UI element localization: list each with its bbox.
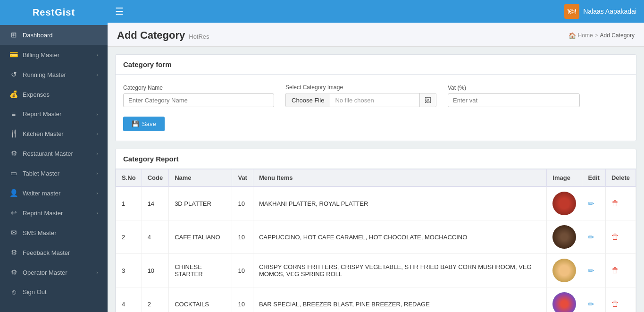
col-sno: S.No: [116, 169, 142, 187]
cell-image: [547, 186, 582, 220]
sidebar-item-restaurant-master[interactable]: ⚙ Restaurant Master ›: [0, 143, 108, 163]
sidebar-item-report-master[interactable]: ≡ Report Master ›: [0, 104, 108, 124]
chevron-right-icon: ›: [96, 210, 98, 216]
form-row: Category Name Select Category Image Choo…: [123, 84, 628, 107]
sidebar-item-label: Operator Master: [23, 269, 67, 276]
operator-icon: ⚙: [9, 268, 18, 277]
report-card-header: Category Report: [116, 149, 636, 169]
cell-name: 3D PLATTER: [169, 186, 232, 220]
expenses-icon: 💰: [9, 90, 18, 99]
edit-button[interactable]: ✏: [588, 199, 594, 208]
edit-button[interactable]: ✏: [588, 233, 594, 242]
cell-delete: 🗑: [605, 220, 636, 254]
page-title: Add Category: [117, 29, 185, 42]
report-card-body: S.No Code Name Vat Menu Items Image Edit…: [116, 169, 636, 312]
sidebar-item-feedback-master[interactable]: ⚙ Feedback Master: [0, 243, 108, 262]
breadcrumb-current: Add Category: [600, 32, 635, 39]
col-image: Image: [547, 169, 582, 187]
sidebar-item-label: Reprint Master: [23, 210, 63, 217]
chevron-right-icon: ›: [96, 151, 98, 156]
sidebar-item-running-master[interactable]: ↺ Running Master ›: [0, 65, 108, 84]
edit-button[interactable]: ✏: [588, 300, 594, 309]
sidebar-item-label: Kitchen Master: [23, 130, 64, 137]
category-name-input[interactable]: [123, 93, 274, 107]
vat-input[interactable]: [448, 93, 580, 107]
delete-button[interactable]: 🗑: [611, 199, 619, 208]
col-code: Code: [142, 169, 169, 187]
sidebar-item-label: Expenses: [23, 91, 50, 98]
sidebar-item-operator-master[interactable]: ⚙ Operator Master ›: [0, 262, 108, 282]
save-label: Save: [142, 120, 156, 127]
cell-vat: 10: [232, 186, 253, 220]
cell-image: [547, 254, 582, 287]
chevron-right-icon: ›: [96, 270, 98, 275]
edit-button[interactable]: ✏: [588, 266, 594, 275]
file-input-group: Choose File No file chosen 🖼: [285, 93, 436, 107]
sidebar-item-sms-master[interactable]: ✉ SMS Master: [0, 223, 108, 243]
feedback-icon: ⚙: [9, 248, 18, 257]
cell-image: [547, 220, 582, 254]
chevron-right-icon: ›: [96, 52, 98, 58]
save-button[interactable]: 💾 Save: [123, 117, 165, 131]
app-logo: RestGist: [0, 0, 108, 25]
chevron-right-icon: ›: [96, 170, 98, 176]
cell-sno: 4: [116, 287, 142, 312]
delete-button[interactable]: 🗑: [611, 233, 619, 241]
sidebar-item-waiter-master[interactable]: 👤 Waiter master ›: [0, 183, 108, 203]
table-row: 4 2 COCKTAILS 10 BAR SPECIAL, BREEZER BL…: [116, 287, 636, 312]
category-report-card: Category Report S.No Code Name Vat Menu …: [115, 149, 636, 312]
cell-vat: 10: [232, 287, 253, 312]
breadcrumb: 🏠 Home > Add Category: [569, 32, 635, 39]
col-delete: Delete: [605, 169, 636, 187]
category-name-group: Category Name: [123, 84, 274, 107]
breadcrumb-home[interactable]: Home: [578, 32, 593, 39]
delete-button[interactable]: 🗑: [611, 266, 619, 275]
sidebar-item-tablet-master[interactable]: ▭ Tablet Master ›: [0, 163, 108, 183]
table-row: 1 14 3D PLATTER 10 MAKHANI PLATTER, ROYA…: [116, 186, 636, 220]
cell-menu-items: CAPPUCCINO, HOT CAFE CARAMEL, HOT CHOCOL…: [253, 220, 546, 254]
choose-file-button[interactable]: Choose File: [286, 94, 330, 107]
form-card-body: Category Name Select Category Image Choo…: [116, 75, 636, 141]
page-title-group: Add Category HotRes: [117, 29, 209, 42]
waiter-icon: 👤: [9, 189, 18, 197]
cell-delete: 🗑: [605, 186, 636, 220]
user-name: Nalaas Aapakadai: [583, 8, 636, 15]
breadcrumb-separator: >: [595, 32, 598, 39]
file-chosen-text: No file chosen: [330, 94, 419, 107]
sidebar-item-dashboard[interactable]: ⊞ Dashboard: [0, 25, 108, 45]
running-icon: ↺: [9, 70, 18, 79]
cell-menu-items: CRISPY CORNS FRITTERS, CRISPY VEGETABLE,…: [253, 254, 546, 287]
vat-label: Vat (%): [448, 84, 580, 91]
table-body: 1 14 3D PLATTER 10 MAKHANI PLATTER, ROYA…: [116, 186, 636, 312]
image-icon: 🖼: [419, 93, 436, 107]
sidebar-item-reprint-master[interactable]: ↩ Reprint Master ›: [0, 203, 108, 223]
category-image: [552, 225, 576, 249]
col-name: Name: [169, 169, 232, 187]
cell-name: CHINESE STARTER: [169, 254, 232, 287]
sidebar-item-sign-out[interactable]: ⎋ Sign Out: [0, 282, 108, 302]
cell-edit: ✏: [582, 287, 606, 312]
cell-delete: 🗑: [605, 254, 636, 287]
chevron-right-icon: ›: [96, 72, 98, 77]
cell-edit: ✏: [582, 220, 606, 254]
sidebar-item-expenses[interactable]: 💰 Expenses: [0, 84, 108, 104]
cell-image: [547, 287, 582, 312]
report-icon: ≡: [9, 110, 18, 118]
user-menu[interactable]: 🍽 Nalaas Aapakadai: [564, 4, 636, 19]
topbar: ☰ 🍽 Nalaas Aapakadai: [108, 0, 644, 23]
page-header: Add Category HotRes 🏠 Home > Add Categor…: [108, 23, 644, 47]
save-icon: 💾: [132, 120, 139, 127]
page-subtitle: HotRes: [189, 33, 209, 40]
delete-button[interactable]: 🗑: [611, 300, 619, 308]
chevron-right-icon: ›: [96, 111, 98, 117]
sidebar-item-billing-master[interactable]: 💳 Billing Master ›: [0, 45, 108, 65]
cell-vat: 10: [232, 254, 253, 287]
sidebar-item-label: Billing Master: [23, 51, 59, 59]
sidebar-item-kitchen-master[interactable]: 🍴 Kitchen Master ›: [0, 124, 108, 143]
kitchen-icon: 🍴: [9, 129, 18, 138]
dashboard-icon: ⊞: [9, 31, 18, 39]
billing-icon: 💳: [9, 51, 18, 59]
category-image: [552, 192, 576, 215]
hamburger-icon[interactable]: ☰: [115, 6, 124, 17]
sidebar-item-label: Restaurant Master: [23, 150, 73, 157]
